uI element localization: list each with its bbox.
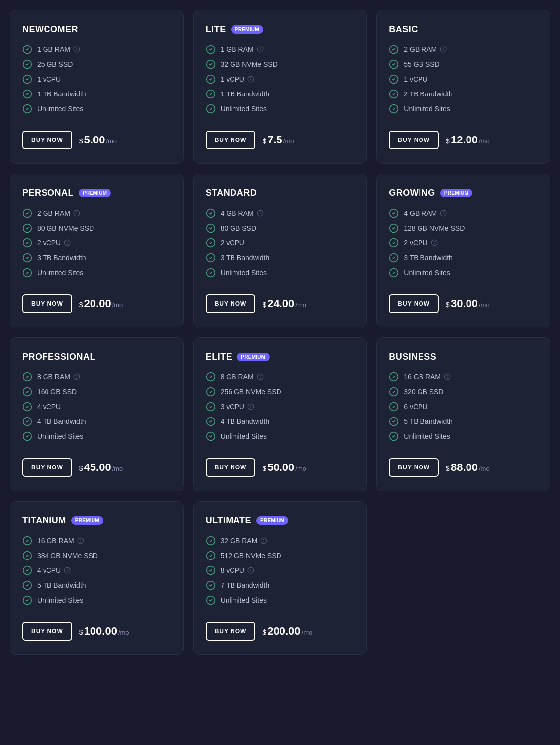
check-icon <box>206 372 216 382</box>
buy-now-button[interactable]: BUY NOW <box>206 131 256 149</box>
feature-text: 1 vCPU <box>37 75 61 83</box>
feature-text: 1 vCPU <box>404 75 427 83</box>
check-icon <box>206 268 216 278</box>
feature-item: 80 GB SSD <box>206 223 355 233</box>
price-dollar: $ <box>79 137 83 145</box>
feature-item: 2 GB RAM <box>22 208 171 218</box>
buy-now-button[interactable]: BUY NOW <box>206 458 256 477</box>
buy-now-button[interactable]: BUY NOW <box>206 622 256 641</box>
price-display: $ 45.00 /mo <box>79 461 123 474</box>
plan-title: ELITE PREMIUM <box>206 352 355 362</box>
features-list: 8 GB RAM 256 GB NVMe SSD 3 vCPU <box>206 372 355 446</box>
plan-title: LITE PREMIUM <box>206 24 355 35</box>
feature-text: 320 GB SSD <box>404 388 443 396</box>
check-icon <box>22 417 32 426</box>
feature-text: 3 TB Bandwidth <box>221 254 270 262</box>
buy-now-button[interactable]: BUY NOW <box>22 622 72 641</box>
features-list: 32 GB RAM 512 GB NVMe SSD 8 vCPU <box>206 536 355 610</box>
price-dollar: $ <box>262 137 266 145</box>
feature-text: Unlimited Sites <box>37 596 83 604</box>
buy-now-button[interactable]: BUY NOW <box>22 458 72 477</box>
check-icon <box>389 208 399 218</box>
feature-text: 2 GB RAM <box>404 46 447 53</box>
feature-text: 256 GB NVMe SSD <box>221 388 281 396</box>
feature-item: Unlimited Sites <box>389 268 538 278</box>
feature-item: 25 GB SSD <box>22 59 171 69</box>
price-period: /mo <box>295 465 306 472</box>
check-icon <box>389 431 399 441</box>
info-icon <box>444 373 451 380</box>
feature-text: 3 TB Bandwidth <box>37 254 86 262</box>
feature-item: 3 TB Bandwidth <box>206 253 355 263</box>
pricing-row: BUY NOW $ 7.5 /mo <box>206 131 355 149</box>
feature-item: 5 TB Bandwidth <box>22 580 171 590</box>
buy-now-button[interactable]: BUY NOW <box>22 294 72 313</box>
check-icon <box>206 551 216 560</box>
check-icon <box>206 387 216 397</box>
feature-text: 8 GB RAM <box>221 373 264 381</box>
plan-title: BASIC <box>389 24 538 35</box>
info-icon <box>247 567 254 574</box>
price-display: $ 30.00 /mo <box>446 297 490 310</box>
feature-item: 3 TB Bandwidth <box>389 253 538 263</box>
pricing-row: BUY NOW $ 200.00 /mo <box>206 622 355 641</box>
features-list: 8 GB RAM 160 GB SSD 4 vCPU <box>22 372 171 446</box>
feature-item: 2 vCPU <box>22 238 171 248</box>
feature-item: Unlimited Sites <box>389 431 538 441</box>
features-list: 4 GB RAM 80 GB SSD 2 vCPU <box>206 208 355 282</box>
buy-now-button[interactable]: BUY NOW <box>22 131 72 149</box>
pricing-row: BUY NOW $ 88.00 /mo <box>389 458 538 477</box>
feature-text: 4 GB RAM <box>221 209 264 217</box>
feature-text: 32 GB NVMe SSD <box>221 60 278 68</box>
check-icon <box>206 208 216 218</box>
buy-now-button[interactable]: BUY NOW <box>389 131 439 149</box>
plan-card-lite: LITE PREMIUM 1 GB RAM 32 GB NVMe SSD <box>193 10 367 164</box>
check-icon <box>22 402 32 412</box>
premium-badge: PREMIUM <box>71 516 103 525</box>
feature-text: Unlimited Sites <box>221 432 267 440</box>
feature-text: 512 GB NVMe SSD <box>221 552 281 559</box>
feature-item: 4 GB RAM <box>389 208 538 218</box>
buy-now-button[interactable]: BUY NOW <box>389 458 439 477</box>
info-icon <box>64 567 71 574</box>
price-period: /mo <box>283 138 294 145</box>
check-icon <box>389 74 399 84</box>
feature-item: 2 GB RAM <box>389 45 538 54</box>
check-icon <box>22 45 32 54</box>
info-icon <box>73 46 80 53</box>
plan-title: BUSINESS <box>389 352 538 362</box>
check-icon <box>206 104 216 114</box>
features-list: 16 GB RAM 384 GB NVMe SSD 4 vCPU <box>22 536 171 610</box>
feature-item: 4 vCPU <box>22 402 171 412</box>
info-icon <box>64 239 71 246</box>
feature-text: 8 vCPU <box>221 566 254 574</box>
check-icon <box>22 595 32 605</box>
plan-title: NEWCOMER <box>22 24 171 35</box>
check-icon <box>22 268 32 278</box>
buy-now-button[interactable]: BUY NOW <box>206 294 256 313</box>
check-icon <box>22 580 32 590</box>
feature-item: 4 TB Bandwidth <box>206 417 355 426</box>
buy-now-button[interactable]: BUY NOW <box>389 294 439 313</box>
check-icon <box>206 45 216 54</box>
feature-text: 16 GB RAM <box>37 537 84 545</box>
plan-card-titanium: TITANIUM PREMIUM 16 GB RAM 384 GB NV <box>10 501 184 655</box>
info-icon <box>257 46 264 53</box>
plan-card-basic: BASIC 2 GB RAM 55 GB SSD <box>376 10 550 164</box>
pricing-row: BUY NOW $ 50.00 /mo <box>206 458 355 477</box>
price-dollar: $ <box>79 465 83 472</box>
feature-item: Unlimited Sites <box>22 431 171 441</box>
plan-title: STANDARD <box>206 188 355 198</box>
price-display: $ 24.00 /mo <box>262 297 306 310</box>
feature-item: 1 GB RAM <box>206 45 355 54</box>
info-icon <box>77 537 84 544</box>
features-list: 16 GB RAM 320 GB SSD 6 vCPU <box>389 372 538 446</box>
check-icon <box>206 431 216 441</box>
feature-item: 1 GB RAM <box>22 45 171 54</box>
check-icon <box>206 253 216 263</box>
feature-text: 6 vCPU <box>404 403 427 411</box>
price-dollar: $ <box>262 301 266 309</box>
price-display: $ 100.00 /mo <box>79 625 129 638</box>
feature-text: 2 TB Bandwidth <box>404 90 453 98</box>
feature-item: 80 GB NVMe SSD <box>22 223 171 233</box>
